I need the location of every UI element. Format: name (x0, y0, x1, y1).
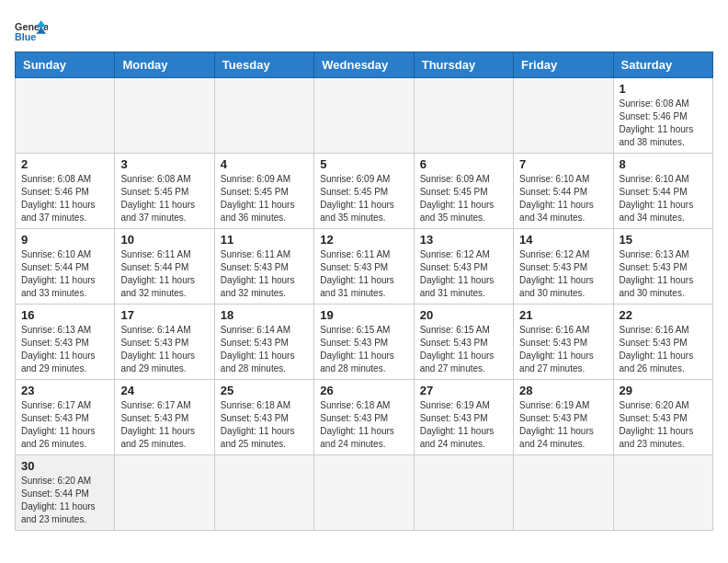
day-number: 19 (320, 308, 407, 322)
day-info: Sunrise: 6:17 AM Sunset: 5:43 PM Dayligh… (21, 399, 108, 451)
day-info: Sunrise: 6:16 AM Sunset: 5:43 PM Dayligh… (620, 324, 707, 375)
column-header-tuesday: Tuesday (214, 52, 313, 78)
calendar-week-row: 16Sunrise: 6:13 AM Sunset: 5:43 PM Dayli… (16, 304, 713, 380)
calendar-day-cell: 29Sunrise: 6:20 AM Sunset: 5:43 PM Dayli… (613, 380, 712, 455)
day-info: Sunrise: 6:13 AM Sunset: 5:43 PM Dayligh… (21, 324, 108, 375)
day-info: Sunrise: 6:17 AM Sunset: 5:43 PM Dayligh… (120, 399, 208, 451)
calendar-week-row: 30Sunrise: 6:20 AM Sunset: 5:44 PM Dayli… (16, 455, 713, 531)
calendar-day-cell (514, 455, 613, 531)
calendar-day-cell: 18Sunrise: 6:14 AM Sunset: 5:43 PM Dayli… (214, 304, 313, 380)
day-info: Sunrise: 6:12 AM Sunset: 5:43 PM Dayligh… (519, 248, 607, 300)
calendar-day-cell: 25Sunrise: 6:18 AM Sunset: 5:43 PM Dayli… (214, 380, 313, 455)
day-number: 9 (21, 233, 108, 247)
calendar-day-cell: 24Sunrise: 6:17 AM Sunset: 5:43 PM Dayli… (115, 380, 214, 455)
calendar-day-cell (115, 78, 214, 154)
day-info: Sunrise: 6:08 AM Sunset: 5:45 PM Dayligh… (120, 173, 208, 224)
day-info: Sunrise: 6:19 AM Sunset: 5:43 PM Dayligh… (420, 399, 507, 451)
day-info: Sunrise: 6:20 AM Sunset: 5:44 PM Dayligh… (21, 475, 108, 526)
calendar-day-cell: 12Sunrise: 6:11 AM Sunset: 5:43 PM Dayli… (314, 229, 414, 304)
day-info: Sunrise: 6:11 AM Sunset: 5:43 PM Dayligh… (320, 248, 407, 300)
calendar-day-cell: 5Sunrise: 6:09 AM Sunset: 5:45 PM Daylig… (314, 154, 414, 229)
logo-icon: General Blue (15, 18, 48, 44)
day-number: 14 (519, 233, 607, 247)
day-number: 24 (120, 384, 208, 397)
day-number: 10 (120, 233, 208, 247)
calendar-table: SundayMondayTuesdayWednesdayThursdayFrid… (15, 52, 713, 531)
calendar-day-cell: 16Sunrise: 6:13 AM Sunset: 5:43 PM Dayli… (16, 304, 115, 380)
calendar-day-cell: 23Sunrise: 6:17 AM Sunset: 5:43 PM Dayli… (16, 380, 115, 455)
calendar-day-cell (16, 78, 115, 154)
day-number: 23 (21, 384, 108, 397)
calendar-day-cell: 11Sunrise: 6:11 AM Sunset: 5:43 PM Dayli… (214, 229, 313, 304)
calendar-day-cell: 26Sunrise: 6:18 AM Sunset: 5:43 PM Dayli… (314, 380, 414, 455)
calendar-day-cell: 15Sunrise: 6:13 AM Sunset: 5:43 PM Dayli… (613, 229, 712, 304)
day-info: Sunrise: 6:15 AM Sunset: 5:43 PM Dayligh… (320, 324, 407, 375)
day-number: 22 (620, 308, 707, 322)
day-number: 28 (519, 384, 607, 397)
calendar-day-cell: 13Sunrise: 6:12 AM Sunset: 5:43 PM Dayli… (414, 229, 513, 304)
calendar-day-cell: 27Sunrise: 6:19 AM Sunset: 5:43 PM Dayli… (414, 380, 513, 455)
calendar-day-cell: 17Sunrise: 6:14 AM Sunset: 5:43 PM Dayli… (115, 304, 214, 380)
calendar-day-cell: 1Sunrise: 6:08 AM Sunset: 5:46 PM Daylig… (613, 78, 712, 154)
column-header-friday: Friday (514, 52, 613, 78)
calendar-week-row: 1Sunrise: 6:08 AM Sunset: 5:46 PM Daylig… (16, 78, 713, 154)
calendar-day-cell: 6Sunrise: 6:09 AM Sunset: 5:45 PM Daylig… (414, 154, 513, 229)
calendar-day-cell: 28Sunrise: 6:19 AM Sunset: 5:43 PM Dayli… (514, 380, 613, 455)
day-number: 2 (21, 157, 108, 171)
day-number: 1 (620, 82, 707, 96)
calendar-day-cell (115, 455, 214, 531)
day-info: Sunrise: 6:18 AM Sunset: 5:43 PM Dayligh… (221, 399, 308, 451)
calendar-day-cell (214, 455, 313, 531)
calendar-day-cell: 7Sunrise: 6:10 AM Sunset: 5:44 PM Daylig… (514, 154, 613, 229)
day-info: Sunrise: 6:14 AM Sunset: 5:43 PM Dayligh… (221, 324, 308, 375)
column-header-saturday: Saturday (613, 52, 712, 78)
day-info: Sunrise: 6:16 AM Sunset: 5:43 PM Dayligh… (519, 324, 607, 375)
day-info: Sunrise: 6:12 AM Sunset: 5:43 PM Dayligh… (420, 248, 507, 300)
column-header-thursday: Thursday (414, 52, 513, 78)
calendar-day-cell: 4Sunrise: 6:09 AM Sunset: 5:45 PM Daylig… (214, 154, 313, 229)
day-info: Sunrise: 6:20 AM Sunset: 5:43 PM Dayligh… (620, 399, 707, 451)
calendar-week-row: 2Sunrise: 6:08 AM Sunset: 5:46 PM Daylig… (16, 154, 713, 229)
logo: General Blue (15, 18, 48, 44)
calendar-day-cell (314, 455, 414, 531)
day-number: 26 (320, 384, 407, 397)
column-header-sunday: Sunday (16, 52, 115, 78)
calendar-day-cell (514, 78, 613, 154)
day-number: 16 (21, 308, 108, 322)
day-info: Sunrise: 6:11 AM Sunset: 5:43 PM Dayligh… (221, 248, 308, 300)
day-number: 7 (519, 157, 607, 171)
day-info: Sunrise: 6:08 AM Sunset: 5:46 PM Dayligh… (21, 173, 108, 224)
column-header-wednesday: Wednesday (314, 52, 414, 78)
calendar-day-cell: 8Sunrise: 6:10 AM Sunset: 5:44 PM Daylig… (613, 154, 712, 229)
day-number: 6 (420, 157, 507, 171)
day-number: 17 (120, 308, 208, 322)
header: General Blue (15, 15, 713, 44)
calendar-week-row: 23Sunrise: 6:17 AM Sunset: 5:43 PM Dayli… (16, 380, 713, 455)
calendar-day-cell: 10Sunrise: 6:11 AM Sunset: 5:44 PM Dayli… (115, 229, 214, 304)
calendar-day-cell (314, 78, 414, 154)
day-number: 21 (519, 308, 607, 322)
day-info: Sunrise: 6:13 AM Sunset: 5:43 PM Dayligh… (620, 248, 707, 300)
day-number: 11 (221, 233, 308, 247)
day-info: Sunrise: 6:10 AM Sunset: 5:44 PM Dayligh… (21, 248, 108, 300)
day-number: 15 (620, 233, 707, 247)
day-number: 25 (221, 384, 308, 397)
day-number: 27 (420, 384, 507, 397)
calendar-day-cell: 21Sunrise: 6:16 AM Sunset: 5:43 PM Dayli… (514, 304, 613, 380)
day-info: Sunrise: 6:15 AM Sunset: 5:43 PM Dayligh… (420, 324, 507, 375)
day-info: Sunrise: 6:10 AM Sunset: 5:44 PM Dayligh… (620, 173, 707, 224)
calendar-day-cell: 19Sunrise: 6:15 AM Sunset: 5:43 PM Dayli… (314, 304, 414, 380)
calendar-day-cell: 20Sunrise: 6:15 AM Sunset: 5:43 PM Dayli… (414, 304, 513, 380)
column-header-monday: Monday (115, 52, 214, 78)
day-info: Sunrise: 6:09 AM Sunset: 5:45 PM Dayligh… (420, 173, 507, 224)
day-info: Sunrise: 6:09 AM Sunset: 5:45 PM Dayligh… (320, 173, 407, 224)
day-number: 3 (120, 157, 208, 171)
calendar-day-cell: 9Sunrise: 6:10 AM Sunset: 5:44 PM Daylig… (16, 229, 115, 304)
calendar-week-row: 9Sunrise: 6:10 AM Sunset: 5:44 PM Daylig… (16, 229, 713, 304)
calendar-day-cell (214, 78, 313, 154)
day-info: Sunrise: 6:19 AM Sunset: 5:43 PM Dayligh… (519, 399, 607, 451)
calendar-header-row: SundayMondayTuesdayWednesdayThursdayFrid… (16, 52, 713, 78)
calendar-day-cell (414, 78, 513, 154)
day-number: 13 (420, 233, 507, 247)
calendar-day-cell: 22Sunrise: 6:16 AM Sunset: 5:43 PM Dayli… (613, 304, 712, 380)
